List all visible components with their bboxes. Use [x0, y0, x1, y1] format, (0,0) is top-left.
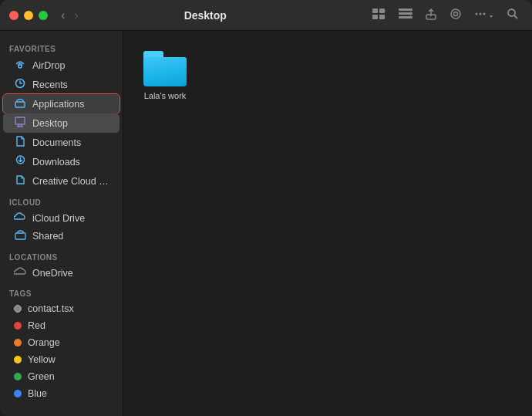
- sidebar-onedrive-label: OneDrive: [32, 268, 73, 279]
- sidebar-creative-cloud-label: Creative Cloud Files: [32, 176, 112, 187]
- sidebar-item-downloads[interactable]: Downloads: [3, 152, 120, 171]
- sidebar-item-documents[interactable]: Documents: [3, 133, 120, 152]
- sidebar-item-icloud-drive[interactable]: iCloud Drive: [3, 209, 120, 227]
- sidebar-item-desktop[interactable]: Desktop: [3, 113, 120, 133]
- svg-point-11: [451, 9, 460, 19]
- svg-rect-22: [15, 117, 25, 124]
- toolbar-right: [369, 5, 523, 25]
- view-icon-button[interactable]: [369, 6, 390, 24]
- sidebar-tag-blue[interactable]: Blue: [3, 385, 120, 402]
- search-button[interactable]: [503, 5, 523, 25]
- tag-dot-contact: [14, 305, 22, 313]
- favorites-section-label: Favorites: [0, 37, 123, 56]
- svg-rect-1: [379, 8, 385, 13]
- folder-label-lalas-work: Lala's work: [144, 91, 187, 100]
- tag-dot-red: [14, 322, 22, 330]
- folder-icon-lalas-work: [143, 51, 187, 86]
- sidebar-downloads-label: Downloads: [32, 157, 80, 167]
- sidebar-item-recents[interactable]: Recents: [3, 75, 120, 94]
- sidebar-applications-label: Applications: [32, 99, 84, 110]
- main-area: Favorites AirDrop Recents: [0, 31, 532, 416]
- recents-icon: [14, 78, 26, 91]
- sidebar-yellow-label: Yellow: [28, 354, 56, 365]
- window-title: Desktop: [42, 9, 369, 22]
- sidebar-tag-green[interactable]: Green: [3, 368, 120, 385]
- svg-rect-3: [379, 15, 385, 19]
- content-area: Lala's work: [123, 31, 532, 416]
- svg-rect-21: [15, 102, 25, 107]
- icloud-section-label: iCloud: [0, 191, 123, 209]
- icloud-drive-icon: [14, 212, 26, 224]
- folder-lalas-work[interactable]: Lala's work: [139, 46, 191, 105]
- sidebar: Favorites AirDrop Recents: [0, 31, 123, 416]
- sidebar-item-onedrive[interactable]: OneDrive: [3, 264, 120, 282]
- svg-line-18: [514, 15, 517, 19]
- sidebar-item-creative-cloud[interactable]: Creative Cloud Files: [3, 171, 120, 191]
- sidebar-blue-label: Blue: [28, 388, 47, 399]
- sidebar-airdrop-label: AirDrop: [32, 60, 65, 71]
- share-button[interactable]: [421, 5, 441, 25]
- onedrive-icon: [14, 267, 26, 279]
- svg-point-19: [19, 65, 22, 68]
- sidebar-item-shared[interactable]: Shared: [3, 227, 120, 245]
- svg-rect-7: [399, 16, 412, 19]
- sidebar-tag-contact[interactable]: contact.tsx: [3, 300, 120, 317]
- airdrop-icon: [14, 59, 26, 72]
- sidebar-item-airdrop[interactable]: AirDrop: [3, 56, 120, 75]
- list-view-button[interactable]: [395, 6, 416, 24]
- more-button[interactable]: [470, 5, 498, 25]
- titlebar: ‹ › Desktop: [0, 0, 532, 31]
- svg-rect-0: [372, 8, 378, 13]
- creative-cloud-icon: [14, 174, 26, 188]
- svg-rect-28: [15, 233, 25, 239]
- tag-dot-yellow: [14, 356, 22, 364]
- tags-section-label: Tags: [0, 282, 123, 300]
- svg-rect-2: [372, 15, 378, 19]
- sidebar-contact-label: contact.tsx: [28, 303, 74, 314]
- sidebar-tag-red[interactable]: Red: [3, 317, 120, 334]
- close-button[interactable]: [9, 11, 19, 20]
- sidebar-recents-label: Recents: [32, 79, 68, 90]
- svg-marker-8: [410, 11, 412, 16]
- svg-point-13: [475, 13, 477, 15]
- sidebar-item-applications[interactable]: Applications: [3, 94, 120, 113]
- svg-rect-5: [399, 8, 412, 11]
- tag-dot-green: [14, 373, 22, 380]
- tag-button[interactable]: [446, 5, 466, 25]
- applications-icon: [14, 97, 26, 110]
- minimize-button[interactable]: [24, 11, 33, 20]
- svg-point-17: [508, 9, 515, 16]
- tag-dot-orange: [14, 339, 22, 347]
- sidebar-orange-label: Orange: [28, 337, 60, 348]
- shared-icon: [14, 230, 26, 242]
- desktop-icon: [14, 117, 26, 130]
- sidebar-documents-label: Documents: [32, 137, 81, 148]
- svg-point-15: [483, 13, 485, 15]
- sidebar-tag-orange[interactable]: Orange: [3, 334, 120, 351]
- sidebar-red-label: Red: [28, 320, 45, 331]
- sidebar-tag-yellow[interactable]: Yellow: [3, 351, 120, 368]
- sidebar-green-label: Green: [28, 371, 55, 382]
- locations-section-label: Locations: [0, 245, 123, 264]
- sidebar-shared-label: Shared: [32, 231, 63, 242]
- svg-marker-16: [490, 15, 493, 18]
- svg-point-14: [479, 13, 481, 15]
- svg-point-12: [453, 12, 457, 16]
- sidebar-desktop-label: Desktop: [32, 118, 68, 129]
- downloads-icon: [14, 155, 26, 168]
- sidebar-icloud-drive-label: iCloud Drive: [32, 213, 85, 224]
- documents-icon: [14, 136, 26, 149]
- tag-dot-blue: [14, 390, 22, 397]
